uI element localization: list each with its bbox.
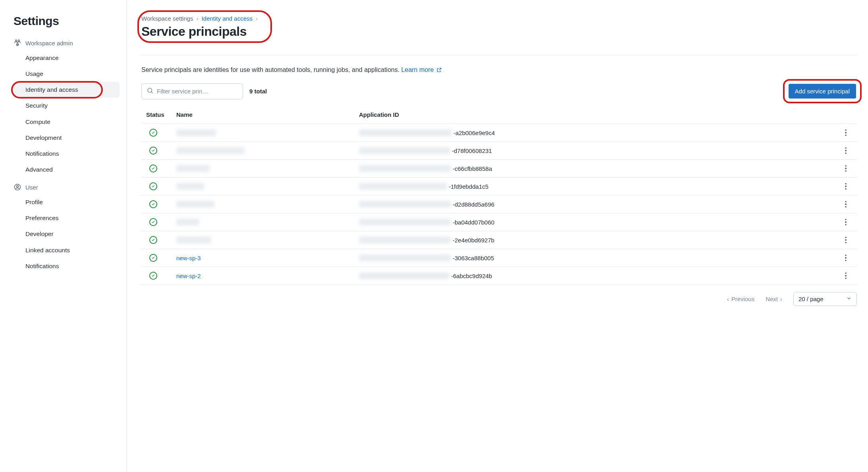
sidebar-item-profile[interactable]: Profile	[14, 194, 120, 210]
actions-cell	[838, 267, 857, 285]
sidebar-item-compute[interactable]: Compute	[14, 114, 120, 130]
page-size-select[interactable]: 20 / page	[793, 292, 857, 306]
appid-suffix: -a2b006e9e9c4	[453, 130, 495, 136]
learn-more-label: Learn more	[401, 66, 434, 73]
section-label: User	[25, 184, 38, 191]
row-actions-menu[interactable]	[841, 182, 851, 191]
row-actions-menu[interactable]	[841, 199, 851, 209]
redacted-name: xxxx	[176, 201, 214, 208]
row-actions-menu[interactable]	[841, 217, 851, 227]
filter-input-wrap[interactable]	[141, 83, 243, 99]
redacted-name: xxxx	[176, 183, 204, 190]
col-name[interactable]: Name	[173, 107, 356, 124]
col-app-id[interactable]: Application ID	[356, 107, 838, 124]
status-active-icon	[149, 129, 157, 137]
user-icon	[14, 183, 21, 191]
learn-more-link[interactable]: Learn more	[401, 66, 442, 73]
total-count: 9 total	[249, 88, 267, 95]
svg-point-1	[18, 40, 20, 41]
sidebar-item-linked-accounts[interactable]: Linked accounts	[14, 242, 120, 258]
appid-cell: xxxx-1fd9ebdda1c5	[356, 178, 838, 195]
sidebar-item-security[interactable]: Security	[14, 98, 120, 114]
redacted-appid-prefix: xxxx	[359, 129, 452, 136]
actions-cell	[838, 231, 857, 249]
actions-cell	[838, 142, 857, 160]
appid-suffix: -3063ca88b005	[453, 255, 494, 261]
breadcrumb: Workspace settings › Identity and access…	[141, 15, 258, 22]
redacted-appid-prefix: xxxx	[359, 183, 447, 190]
search-icon	[147, 87, 154, 95]
page-title: Service principals	[141, 24, 258, 39]
row-actions-menu[interactable]	[841, 253, 851, 263]
redacted-appid-prefix: xxxx	[359, 219, 451, 226]
page-header: Workspace settings › Identity and access…	[141, 14, 269, 41]
actions-cell	[838, 160, 857, 178]
name-cell: xxxx	[173, 142, 356, 160]
col-status[interactable]: Status	[141, 107, 173, 124]
status-active-icon	[149, 236, 157, 244]
status-cell	[141, 231, 173, 249]
sidebar-item-notifications[interactable]: Notifications	[14, 258, 120, 274]
chevron-right-icon: ›	[197, 15, 199, 22]
appid-cell: xxxx-ba04dd07b060	[356, 213, 838, 231]
service-principal-link[interactable]: new-sp-3	[176, 255, 201, 261]
description-text: Service principals are identities for us…	[141, 66, 401, 73]
pager-prev-label: Previous	[731, 296, 754, 302]
svg-point-5	[148, 88, 152, 93]
pager-next[interactable]: Next ›	[766, 296, 782, 302]
redacted-appid-prefix: xxxx	[359, 272, 449, 279]
redacted-appid-prefix: xxxx	[359, 236, 451, 244]
status-cell	[141, 124, 173, 142]
sidebar-item-identity-and-access[interactable]: Identity and access	[14, 82, 120, 98]
redacted-name: xxxx	[176, 236, 211, 244]
breadcrumb-root[interactable]: Workspace settings	[141, 15, 193, 22]
svg-point-0	[15, 40, 17, 41]
table-row: xxxxxxxx-d78f00608231	[141, 142, 857, 160]
redacted-name: xxxx	[176, 129, 216, 136]
sidebar-highlight	[11, 81, 103, 99]
row-actions-menu[interactable]	[841, 164, 851, 173]
redacted-appid-prefix: xxxx	[359, 165, 451, 172]
appid-cell: xxxx-3063ca88b005	[356, 249, 838, 267]
status-cell	[141, 213, 173, 231]
table-row: new-sp-3xxxx-3063ca88b005	[141, 249, 857, 267]
sidebar-item-preferences[interactable]: Preferences	[14, 210, 120, 226]
filter-input[interactable]	[157, 88, 238, 95]
status-active-icon	[149, 147, 157, 155]
redacted-name: xxxx	[176, 165, 210, 172]
row-actions-menu[interactable]	[841, 146, 851, 155]
redacted-name: xxxx	[176, 147, 245, 154]
chevron-right-icon: ›	[780, 296, 782, 302]
sidebar-item-notifications[interactable]: Notifications	[14, 146, 120, 162]
row-actions-menu[interactable]	[841, 128, 851, 137]
page-size-label: 20 / page	[799, 296, 824, 302]
sidebar-item-development[interactable]: Development	[14, 130, 120, 146]
row-actions-menu[interactable]	[841, 235, 851, 245]
actions-cell	[838, 195, 857, 213]
name-cell: xxxx	[173, 160, 356, 178]
pager: ‹ Previous Next › 20 / page	[141, 292, 857, 306]
status-active-icon	[149, 164, 157, 172]
sidebar-item-usage[interactable]: Usage	[14, 66, 120, 82]
sidebar-nav: Workspace adminAppearanceUsageIdentity a…	[14, 39, 120, 274]
actions-cell	[838, 178, 857, 195]
table-row: xxxxxxxx-d2d88dd5a696	[141, 195, 857, 213]
chevron-right-icon: ›	[256, 15, 258, 22]
table-row: xxxxxxxx-2e4e0bd6927b	[141, 231, 857, 249]
redacted-name: xxxx	[176, 219, 199, 226]
service-principal-link[interactable]: new-sp-2	[176, 273, 201, 279]
sidebar-item-appearance[interactable]: Appearance	[14, 50, 120, 66]
sidebar-item-advanced[interactable]: Advanced	[14, 162, 120, 178]
status-cell	[141, 195, 173, 213]
actions-cell	[838, 213, 857, 231]
row-actions-menu[interactable]	[841, 271, 851, 280]
appid-cell: xxxx-a2b006e9e9c4	[356, 124, 838, 141]
sidebar-item-developer[interactable]: Developer	[14, 226, 120, 242]
pager-previous[interactable]: ‹ Previous	[727, 296, 754, 302]
breadcrumb-identity-access[interactable]: Identity and access	[202, 15, 253, 22]
status-cell	[141, 249, 173, 267]
name-cell: new-sp-2	[173, 267, 356, 285]
table-row: xxxxxxxx-ba04dd07b060	[141, 213, 857, 231]
pager-next-label: Next	[766, 296, 778, 302]
add-service-principal-button[interactable]: Add service principal	[789, 84, 856, 99]
